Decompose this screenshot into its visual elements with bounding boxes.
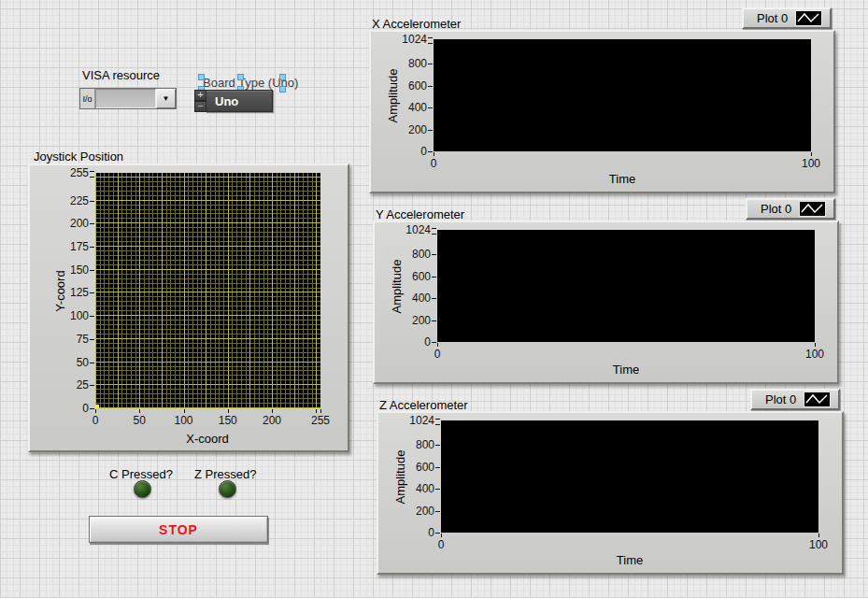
tick-label: 150	[219, 414, 237, 427]
tick-label: 200	[263, 414, 281, 427]
chart-title: Y Accelerometer	[376, 207, 464, 221]
tick-label: 1024	[397, 414, 434, 427]
tick-label: 0	[393, 335, 431, 349]
tick-label: 600	[390, 79, 427, 93]
tick-mark	[435, 419, 440, 425]
joystick-position-graph: Joystick Position Y-coord X-coord 255225…	[28, 150, 347, 448]
tick-label: 0	[431, 157, 437, 170]
graph-title: Joystick Position	[34, 150, 123, 164]
tick-label: 200	[397, 505, 434, 518]
joystick-plot-area	[95, 173, 320, 408]
x-accelerometer-chart: X Accelerometer Plot 0 Amplitude Time 10…	[369, 7, 832, 192]
tick-mark	[432, 320, 436, 321]
tick-label: 0	[92, 414, 99, 427]
y-accelerometer-chart: Y Accelerometer Plot 0 Amplitude Time 10…	[373, 198, 836, 383]
tick-mark	[90, 270, 94, 271]
tick-mark	[90, 201, 94, 202]
selection-handle[interactable]	[237, 74, 244, 80]
tick-label: 150	[51, 263, 89, 277]
tick-mark	[428, 86, 433, 87]
graph-panel: Y-coord X-coord 255225200175150125100755…	[28, 164, 349, 452]
visa-resource-label: VISA resource	[82, 68, 160, 82]
waveform-plot-area	[437, 230, 815, 342]
tick-mark	[811, 152, 812, 156]
tick-label: 600	[393, 270, 431, 283]
tick-mark	[428, 64, 433, 64]
z-accelerometer-chart: Z Accelerometer Plot 0 Amplitude Time 10…	[377, 389, 841, 574]
tick-mark	[90, 339, 94, 340]
tick-mark	[432, 228, 436, 235]
tick-mark	[432, 342, 436, 343]
waveform-plot-area	[434, 39, 811, 151]
tick-label: 200	[390, 123, 427, 136]
tick-mark	[815, 343, 816, 347]
tick-mark	[90, 292, 94, 293]
waveform-plot-area	[441, 420, 818, 533]
tick-mark	[90, 247, 94, 248]
x-axis-label: Time	[609, 172, 635, 186]
io-type-icon: I/o	[80, 89, 95, 108]
tick-mark	[90, 363, 94, 363]
tick-label: 125	[51, 286, 89, 299]
tick-label: 200	[51, 217, 89, 230]
tick-mark	[432, 277, 436, 278]
selection-handle[interactable]	[279, 86, 286, 93]
x-axis-label: Time	[617, 553, 643, 567]
selection-handle[interactable]	[198, 74, 205, 80]
stop-button[interactable]: STOP	[89, 516, 268, 543]
dropdown-arrow-icon[interactable]: ▼	[156, 89, 176, 108]
tick-mark	[435, 445, 440, 446]
tick-label: 400	[397, 482, 434, 495]
tick-mark	[435, 511, 440, 512]
plot-legend[interactable]: Plot 0	[750, 389, 840, 410]
chart-title: X Accelerometer	[372, 17, 461, 31]
x-axis-label: Time	[613, 363, 639, 377]
tick-mark	[435, 489, 440, 490]
cursor-marker[interactable]	[95, 405, 99, 408]
tick-mark	[428, 37, 433, 44]
tick-label: 100	[802, 157, 820, 170]
labview-front-panel: { "controls": { "visa": { "label": "VISA…	[0, 0, 868, 598]
board-type-value: Uno	[215, 94, 238, 108]
tick-mark	[818, 534, 819, 537]
visa-resource-combo[interactable]: I/o ▼	[79, 88, 177, 109]
selection-handle[interactable]	[279, 74, 286, 80]
c-pressed-label: C Pressed?	[109, 467, 173, 481]
plot-legend[interactable]: Plot 0	[746, 198, 835, 220]
tick-mark	[432, 298, 436, 299]
tick-label: 100	[174, 414, 192, 427]
tick-mark	[428, 130, 433, 131]
legend-label: Plot 0	[757, 11, 788, 25]
visa-resource-value[interactable]	[95, 89, 156, 108]
tick-label: 800	[390, 57, 427, 70]
tick-mark	[90, 171, 94, 178]
z-pressed-led	[219, 480, 236, 498]
chart-panel: Amplitude Time 102480060040020000100	[369, 30, 835, 193]
tick-label: 255	[51, 166, 89, 179]
chart-panel: Amplitude Time 102480060040020000100	[377, 411, 844, 575]
board-type-ring[interactable]: Uno	[206, 90, 273, 112]
tick-label: 400	[393, 292, 431, 305]
tick-label: 1024	[393, 223, 431, 236]
tick-mark	[434, 152, 434, 156]
tick-mark	[320, 409, 321, 413]
tick-mark	[90, 385, 94, 386]
waveform-icon	[804, 392, 831, 407]
tick-mark	[441, 534, 442, 537]
tick-label: 600	[397, 461, 434, 474]
tick-label: 0	[434, 348, 441, 361]
tick-mark	[90, 316, 94, 317]
waveform-icon	[795, 10, 822, 26]
c-pressed-led	[134, 480, 151, 498]
tick-label: 100	[805, 348, 824, 361]
chart-title: Z Accelerometer	[379, 398, 468, 412]
tick-mark	[428, 107, 433, 108]
tick-label: 400	[390, 101, 427, 114]
legend-label: Plot 0	[761, 202, 791, 216]
tick-label: 75	[51, 333, 89, 346]
tick-label: 50	[51, 356, 89, 369]
tick-mark	[95, 409, 96, 413]
tick-label: 25	[51, 378, 89, 392]
plot-legend[interactable]: Plot 0	[742, 7, 832, 29]
z-pressed-label: Z Pressed?	[194, 467, 256, 481]
